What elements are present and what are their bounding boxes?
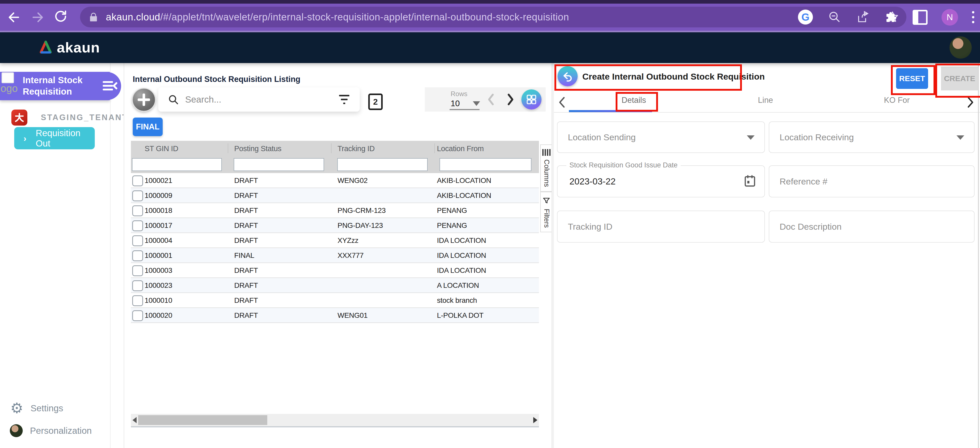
rows-caret-icon[interactable] <box>473 101 480 106</box>
row-checkbox[interactable] <box>132 250 143 261</box>
row-checkbox[interactable] <box>132 295 143 306</box>
column-header-location-from[interactable]: Location From <box>437 144 484 153</box>
applet-title: Internal Stock Requisition <box>23 74 85 97</box>
column-header-tracking-id[interactable]: Tracking ID <box>337 144 375 153</box>
extensions-puzzle-icon[interactable] <box>885 10 899 24</box>
column-header-st-gin-id[interactable]: ST GIN ID <box>145 144 178 153</box>
scroll-left-arrow[interactable] <box>132 417 137 423</box>
table-row[interactable]: 1000009 DRAFT AKIB-LOCATION <box>131 188 539 203</box>
url-text: akaun.cloud/#/applet/tnt/wavelet/erp/int… <box>106 12 569 23</box>
row-checkbox[interactable] <box>132 265 143 276</box>
search-box[interactable]: Search... <box>158 87 360 112</box>
back-arrow-icon <box>562 70 573 82</box>
tabs-scroll-right[interactable] <box>967 97 974 109</box>
share-icon[interactable] <box>856 10 870 24</box>
akaun-brand[interactable]: akaun <box>38 39 100 56</box>
side-panel-icon[interactable] <box>913 10 928 25</box>
final-filter-button[interactable]: FINAL <box>133 118 163 136</box>
filter-input-posting-status[interactable] <box>234 158 324 171</box>
table-row[interactable]: 1000018 DRAFT PNG-CRM-123 PENANG <box>131 203 539 218</box>
table-row[interactable]: 1000010 DRAFT stock branch <box>131 293 539 308</box>
vertical-scrollbar[interactable] <box>978 63 979 448</box>
sidebar-item-settings[interactable]: ⚙ Settings <box>0 401 108 415</box>
chevron-right-icon: › <box>24 133 26 143</box>
gear-icon: ⚙ <box>10 401 23 415</box>
browser-forward-button[interactable] <box>29 4 46 31</box>
column-header-posting-status[interactable]: Posting Status <box>234 144 282 153</box>
user-avatar[interactable] <box>950 37 972 59</box>
personalization-label: Personalization <box>30 426 92 436</box>
add-button[interactable] <box>132 88 156 112</box>
scrollbar-thumb[interactable] <box>138 415 267 425</box>
columns-icon <box>542 149 550 156</box>
cell-location-from: IDA LOCATION <box>437 251 486 260</box>
row-checkbox[interactable] <box>132 175 143 186</box>
back-button[interactable] <box>558 66 578 86</box>
table-row[interactable]: 1000017 DRAFT PNG-DAY-123 PENANG <box>131 218 539 233</box>
location-receiving-select[interactable]: Location Receiving <box>769 121 975 153</box>
tabs-scroll-left[interactable] <box>558 97 565 109</box>
tab-details[interactable]: Details <box>622 96 646 105</box>
filters-tab[interactable]: Filters <box>540 192 552 233</box>
tenant-row[interactable]: STAGING_TENANT <box>11 110 128 126</box>
grid-view-button[interactable] <box>521 89 541 110</box>
reference-field[interactable]: Reference # <box>769 165 975 198</box>
filter-input-location-from[interactable] <box>439 158 531 171</box>
table-side-tabs: Columns Filters <box>540 144 552 232</box>
duplicate-view-icon[interactable]: 2 <box>368 94 383 110</box>
table-row[interactable]: 1000021 DRAFT WENG02 AKIB-LOCATION <box>131 173 539 188</box>
tracking-id-placeholder: Tracking ID <box>568 222 612 232</box>
columns-tab[interactable]: Columns <box>540 144 552 192</box>
doc-description-field[interactable]: Doc Description <box>769 210 975 242</box>
sidebar-item-requisition-out[interactable]: › Requisition Out <box>14 127 95 149</box>
row-checkbox[interactable] <box>132 235 143 246</box>
browser-reload-button[interactable] <box>52 3 70 30</box>
good-issue-date-field[interactable]: Stock Requisition Good Issue Date 2023-0… <box>557 165 765 198</box>
create-button[interactable]: CREATE <box>941 67 978 91</box>
browser-tab-strip <box>0 0 980 4</box>
personalization-avatar <box>10 424 23 437</box>
table-row[interactable]: 1000001 FINAL XXX777 IDA LOCATION <box>131 248 539 263</box>
rows-label: Rows <box>450 90 468 98</box>
location-sending-select[interactable]: Location Sending <box>557 121 765 153</box>
reset-button[interactable]: RESET <box>896 68 928 89</box>
sidebar-item-personalization[interactable]: Personalization <box>0 424 108 437</box>
row-checkbox[interactable] <box>132 220 143 231</box>
next-page-button[interactable] <box>507 93 515 107</box>
zoom-out-icon[interactable] <box>828 10 841 24</box>
requisition-table: ST GIN ID Posting Status Tracking ID Loc… <box>131 141 539 323</box>
tab-ko-for[interactable]: KO For <box>884 96 910 105</box>
table-row[interactable]: 1000004 DRAFT XYZzz IDA LOCATION <box>131 233 539 248</box>
table-row[interactable]: 1000023 DRAFT A LOCATION <box>131 278 539 293</box>
pagination-bar: Rows 10 <box>425 87 546 112</box>
rows-per-page-select[interactable]: 10 <box>450 99 460 108</box>
search-input[interactable]: Search... <box>185 94 339 105</box>
tenant-app-icon <box>11 110 27 126</box>
tab-line[interactable]: Line <box>758 96 773 105</box>
browser-back-button[interactable] <box>5 4 23 31</box>
table-row[interactable]: 1000003 DRAFT IDA LOCATION <box>131 263 539 278</box>
search-filter-icon[interactable] <box>339 95 349 104</box>
filter-input-tracking-id[interactable] <box>337 158 428 171</box>
browser-menu-icon[interactable] <box>972 11 974 23</box>
table-row[interactable]: 1000020 DRAFT WENG01 L-POLKA DOT <box>131 308 539 323</box>
filter-input-st-gin-id[interactable] <box>132 158 222 171</box>
cell-location-from: L-POLKA DOT <box>437 311 484 320</box>
browser-profile-avatar[interactable]: N <box>942 9 958 26</box>
address-bar[interactable]: akaun.cloud/#/applet/tnt/wavelet/erp/int… <box>80 7 907 27</box>
horizontal-scrollbar[interactable] <box>131 414 539 427</box>
screen: akaun.cloud/#/applet/tnt/wavelet/erp/int… <box>0 0 980 448</box>
calendar-icon[interactable] <box>744 175 756 188</box>
google-extension-icon[interactable]: G <box>798 10 813 24</box>
previous-page-button[interactable] <box>487 93 495 107</box>
row-checkbox[interactable] <box>132 310 143 321</box>
row-checkbox[interactable] <box>132 206 143 216</box>
scroll-right-arrow[interactable] <box>533 417 538 423</box>
tracking-id-field[interactable]: Tracking ID <box>557 210 765 242</box>
row-checkbox[interactable] <box>132 190 143 201</box>
filters-tab-label: Filters <box>542 209 550 228</box>
grid-icon <box>526 94 537 105</box>
row-checkbox[interactable] <box>132 280 143 291</box>
sidebar: ogo Internal Stock Requisition STAGING_T… <box>0 63 111 448</box>
menu-fold-icon[interactable] <box>102 79 118 94</box>
